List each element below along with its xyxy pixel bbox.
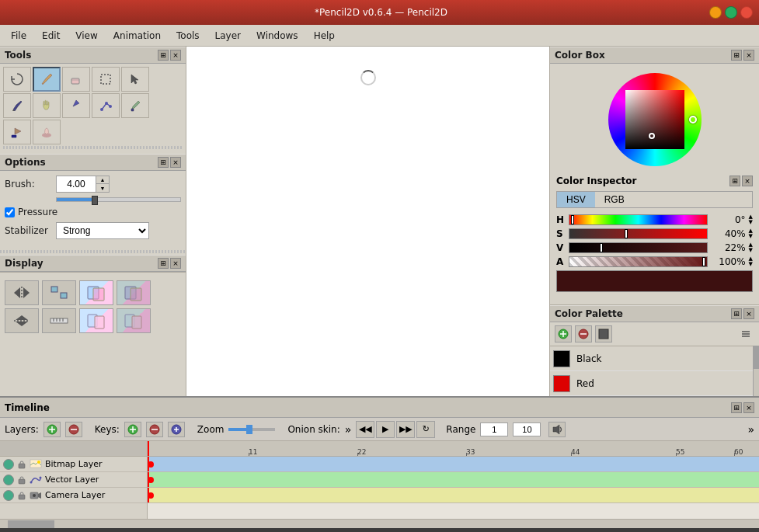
polyline-tool-button[interactable] [92, 93, 120, 118]
hand-tool-button[interactable] [33, 93, 61, 118]
palette-item-black[interactable]: Black [550, 346, 753, 371]
menu-view[interactable]: View [68, 27, 105, 44]
step-back-button[interactable]: ◀◀ [356, 421, 374, 438]
shape-tool-button[interactable] [62, 93, 90, 118]
options-panel-float[interactable]: ⊞ [158, 157, 169, 168]
color-inspector-float[interactable]: ⊞ [729, 176, 740, 186]
palette-menu-button[interactable] [737, 325, 754, 342]
alpha-down[interactable]: ▼ [749, 262, 753, 267]
options-panel-close[interactable]: × [170, 157, 181, 168]
stabilizer-select[interactable]: None Weak Strong Very Strong [56, 222, 149, 239]
bitmap-layer-row[interactable]: Bitmap Layer [0, 457, 147, 472]
flip-h-button[interactable] [5, 280, 39, 305]
smudge-tool-button[interactable] [33, 120, 61, 144]
pressure-checkbox[interactable] [5, 207, 15, 217]
palette-remove-button[interactable] [575, 325, 592, 342]
vector-layer-eye[interactable] [3, 475, 14, 485]
menu-help[interactable]: Help [306, 27, 343, 44]
onion-expand[interactable]: » [345, 423, 352, 436]
clear-tool-button[interactable] [3, 67, 31, 92]
menu-tools[interactable]: Tools [169, 27, 207, 44]
timeline-close[interactable]: × [743, 402, 754, 413]
color-box-float[interactable]: ⊞ [731, 50, 742, 61]
camera-layer-lock-icon[interactable] [17, 491, 26, 500]
bitmap-track[interactable] [148, 457, 759, 472]
timeline-expand-right[interactable]: » [747, 423, 754, 436]
loop-button[interactable]: ↻ [416, 421, 435, 438]
eraser-tool-button[interactable] [62, 67, 90, 92]
brush-spinner[interactable]: ▲ ▼ [56, 176, 110, 193]
add-key-button[interactable] [124, 422, 141, 437]
maximize-button[interactable] [725, 6, 737, 19]
palette-swatch-button[interactable] [595, 325, 612, 342]
tab-rgb[interactable]: RGB [595, 192, 634, 207]
flip-v-button[interactable] [5, 308, 39, 333]
brush-decrement-button[interactable]: ▼ [96, 184, 109, 192]
camera-track[interactable] [148, 488, 759, 503]
brush-tool-button[interactable] [33, 67, 61, 92]
tools-panel-float[interactable]: ⊞ [158, 50, 169, 61]
onion-next-button[interactable] [117, 280, 151, 305]
range-start-input[interactable] [480, 422, 508, 436]
ruler-button[interactable] [42, 308, 76, 333]
fill-tool-button[interactable] [3, 120, 31, 144]
brush-value-input[interactable] [57, 178, 96, 190]
zoom-slider[interactable] [228, 428, 275, 431]
menu-edit[interactable]: Edit [34, 27, 68, 44]
display-panel-close[interactable]: × [170, 258, 181, 269]
menu-file[interactable]: File [3, 27, 34, 44]
play-button[interactable]: ▶ [376, 421, 395, 438]
vector-track[interactable] [148, 472, 759, 488]
brush-increment-button[interactable]: ▲ [96, 176, 109, 184]
menu-windows[interactable]: Windows [249, 27, 306, 44]
palette-item-red[interactable]: Red [550, 371, 753, 396]
color-square[interactable] [625, 90, 684, 149]
pointer-tool-button[interactable] [121, 67, 149, 92]
camera-layer-row[interactable]: Camera Layer [0, 488, 147, 503]
color-palette-float[interactable]: ⊞ [731, 308, 742, 319]
bitmap-layer-eye[interactable] [3, 459, 14, 470]
camera-layer-eye[interactable] [3, 490, 14, 501]
pages-next-button[interactable] [117, 308, 151, 333]
timeline-hscroll-thumb[interactable] [8, 520, 54, 528]
move-key-button[interactable] [168, 422, 185, 437]
hue-down[interactable]: ▼ [749, 220, 753, 225]
pen-tool-button[interactable] [3, 93, 31, 118]
color-inspector-close[interactable]: × [742, 176, 753, 186]
menu-layer[interactable]: Layer [207, 27, 249, 44]
minimize-button[interactable] [709, 6, 722, 19]
alpha-slider[interactable] [569, 256, 708, 267]
hue-slider[interactable] [569, 214, 708, 225]
palette-add-button[interactable] [555, 325, 572, 342]
grid-button[interactable] [42, 280, 76, 305]
sat-down[interactable]: ▼ [749, 234, 753, 239]
val-down[interactable]: ▼ [749, 248, 753, 253]
brush-slider-thumb[interactable] [92, 196, 98, 205]
palette-scrollbar[interactable] [753, 346, 759, 396]
bitmap-layer-lock-icon[interactable] [17, 460, 26, 469]
vector-layer-row[interactable]: Vector Layer [0, 472, 147, 488]
saturation-slider[interactable] [569, 228, 708, 239]
display-panel-float[interactable]: ⊞ [158, 258, 169, 269]
menu-animation[interactable]: Animation [106, 27, 169, 44]
color-box-close[interactable]: × [743, 50, 754, 61]
add-layer-button[interactable] [44, 422, 61, 437]
vector-layer-lock-icon[interactable] [17, 475, 26, 485]
remove-key-button[interactable] [146, 422, 163, 437]
select-tool-button[interactable] [92, 67, 120, 92]
value-slider[interactable] [569, 242, 708, 253]
brush-slider-track[interactable] [56, 197, 181, 202]
onion-prev-button[interactable] [79, 280, 113, 305]
tab-hsv[interactable]: HSV [557, 192, 595, 207]
timeline-float[interactable]: ⊞ [731, 402, 742, 413]
close-button[interactable] [740, 6, 753, 19]
pages-prev-button[interactable] [79, 308, 113, 333]
color-wheel[interactable] [608, 73, 702, 166]
step-forward-button[interactable]: ▶▶ [396, 421, 415, 438]
eyedropper-tool-button[interactable] [121, 93, 149, 118]
tools-panel-close[interactable]: × [170, 50, 181, 61]
palette-scroll-thumb[interactable] [754, 346, 759, 369]
remove-layer-button[interactable] [65, 422, 82, 437]
timeline-hscroll[interactable] [0, 519, 759, 528]
audio-button[interactable] [548, 422, 566, 437]
